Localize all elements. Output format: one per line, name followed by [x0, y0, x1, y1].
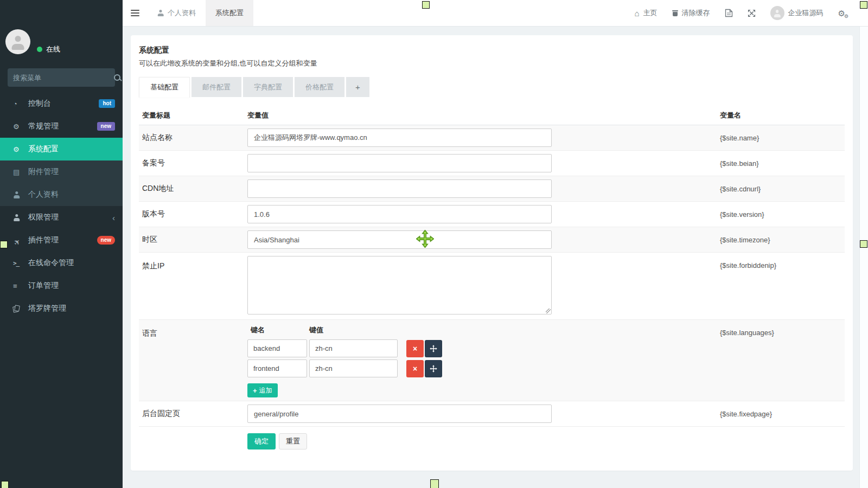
config-value-input[interactable] [247, 404, 552, 423]
kv-value-input[interactable] [309, 359, 398, 377]
row-var-name: {$site.languages} [720, 323, 845, 337]
kv-key-input[interactable] [247, 359, 307, 377]
fullscreen-expand-icon [748, 9, 756, 17]
users-icon [13, 214, 25, 221]
table-row: 时区{$site.timezone} [139, 227, 845, 253]
append-button[interactable]: +追加 [247, 383, 278, 397]
add-tab-button[interactable]: + [346, 77, 369, 97]
trash-icon [672, 10, 678, 17]
selection-handle-left-middle[interactable] [0, 241, 8, 248]
sidebar: 在线 ◔控制台hot⚙常规管理new⚙系统配置▤附件管理个人资料权限管理‹✈插件… [0, 0, 123, 488]
tab-profile[interactable]: 个人资料 [148, 0, 206, 26]
selection-handle-bottom-center[interactable] [430, 479, 439, 488]
avatar[interactable] [5, 29, 30, 54]
sidebar-menu: ◔控制台hot⚙常规管理new⚙系统配置▤附件管理个人资料权限管理‹✈插件管理n… [0, 92, 123, 320]
page-title: 系统配置 [139, 46, 845, 55]
config-tab-3[interactable]: 价格配置 [295, 77, 344, 97]
user-menu[interactable]: 企业猫源码 [770, 6, 824, 20]
sidebar-item-system-config[interactable]: ⚙系统配置 [0, 138, 123, 160]
config-value-input[interactable] [247, 179, 552, 198]
reset-button[interactable]: 重置 [279, 433, 307, 450]
config-value-input[interactable] [247, 154, 552, 172]
tab-profile-label: 个人资料 [168, 8, 196, 18]
textarea-wrap [247, 256, 552, 314]
person-icon [774, 10, 781, 17]
drag-pair-button[interactable] [425, 340, 442, 357]
avatar [770, 6, 784, 20]
config-value-textarea[interactable] [247, 256, 552, 314]
selection-handle-right-middle[interactable] [860, 240, 867, 248]
remove-pair-button[interactable]: × [406, 360, 424, 377]
row-title: 备案号 [139, 158, 247, 168]
tab-system-config[interactable]: 系统配置 [206, 0, 253, 26]
table-row: CDN地址{$site.cdnurl} [139, 176, 845, 202]
row-value-cell [247, 179, 720, 198]
row-title: 时区 [139, 235, 247, 245]
settings-menu[interactable]: ⚙⚙ [838, 9, 845, 17]
config-value-input[interactable] [247, 205, 552, 223]
cards-icon [13, 305, 25, 312]
sidebar-badge: hot [99, 99, 115, 108]
kv-value-input[interactable] [309, 339, 398, 357]
scrollbar-track[interactable] [859, 26, 868, 488]
row-value-cell [247, 154, 720, 172]
config-table: 变量标题 变量值 变量名 站点名称{$site.name}备案号{$site.b… [139, 106, 845, 450]
submit-button[interactable]: 确定 [247, 433, 276, 450]
sidebar-item-order[interactable]: ≡订单管理 [0, 274, 123, 297]
row-value-cell [247, 404, 720, 423]
sidebar-item-tarot[interactable]: 塔罗牌管理 [0, 297, 123, 320]
online-status-label: 在线 [46, 44, 60, 54]
fullscreen-toggle[interactable] [748, 9, 756, 17]
rocket-icon: ✈ [12, 233, 27, 248]
users-icon [13, 214, 20, 221]
language-toggle[interactable] [725, 9, 733, 17]
selection-handle-top-center[interactable] [422, 1, 430, 9]
selection-handle-top-right[interactable] [860, 1, 867, 9]
sidebar-item-attachment[interactable]: ▤附件管理 [0, 160, 123, 183]
config-tab-1[interactable]: 邮件配置 [192, 77, 241, 97]
config-value-input[interactable] [247, 129, 552, 147]
sidebar-item-label: 常规管理 [28, 121, 59, 131]
row-title: 版本号 [139, 209, 247, 219]
menu-search-input[interactable] [8, 74, 114, 82]
selection-handle-bottom-left[interactable] [1, 481, 9, 488]
user-icon [13, 191, 25, 198]
config-tabs: 基础配置邮件配置字典配置价格配置+ [139, 77, 845, 98]
kv-header: 键名键值 [247, 325, 720, 335]
sidebar-toggle-icon[interactable] [123, 0, 148, 26]
search-button[interactable] [114, 68, 121, 87]
chevron-left-icon: ‹ [112, 213, 115, 222]
clear-cache-link[interactable]: 清除缓存 [672, 8, 710, 18]
search-icon [114, 74, 121, 81]
row-value-cell [247, 230, 720, 249]
image-icon: ▤ [13, 168, 25, 176]
person-icon [11, 36, 25, 50]
navbar-left: 个人资料 系统配置 [123, 0, 253, 26]
kv-key-input[interactable] [247, 339, 307, 357]
sidebar-item-auth[interactable]: 权限管理‹ [0, 206, 123, 229]
col-header-title: 变量标题 [139, 111, 247, 120]
config-tab-2[interactable]: 字典配置 [243, 77, 293, 97]
sidebar-item-addon[interactable]: ✈插件管理new [0, 229, 123, 252]
home-link[interactable]: ⌂ 主页 [634, 8, 657, 18]
row-title: CDN地址 [139, 184, 247, 194]
table-row: 后台固定页{$site.fixedpage} [139, 401, 845, 427]
sidebar-item-dashboard[interactable]: ◔控制台hot [0, 92, 123, 115]
row-title: 语言 [139, 323, 247, 338]
language-icon [725, 9, 733, 17]
drag-pair-button[interactable] [425, 360, 442, 377]
col-header-var: 变量名 [720, 111, 845, 120]
username-label: 企业猫源码 [788, 8, 824, 18]
sidebar-item-general[interactable]: ⚙常规管理new [0, 115, 123, 138]
row-value-cell [247, 205, 720, 223]
sidebar-badge: new [97, 122, 115, 131]
sidebar-item-command[interactable]: >_在线命令管理 [0, 252, 123, 274]
sidebar-item-profile[interactable]: 个人资料 [0, 183, 123, 206]
config-value-input[interactable] [247, 230, 552, 249]
remove-pair-button[interactable]: × [406, 340, 424, 357]
home-label: 主页 [643, 8, 658, 18]
config-tab-0[interactable]: 基础配置 [139, 77, 190, 98]
navbar-right: ⌂ 主页 清除缓存 企业猫源码 ⚙⚙ [634, 0, 868, 26]
row-value-cell: 键名键值××+追加 [247, 323, 720, 397]
person-icon [157, 10, 164, 16]
